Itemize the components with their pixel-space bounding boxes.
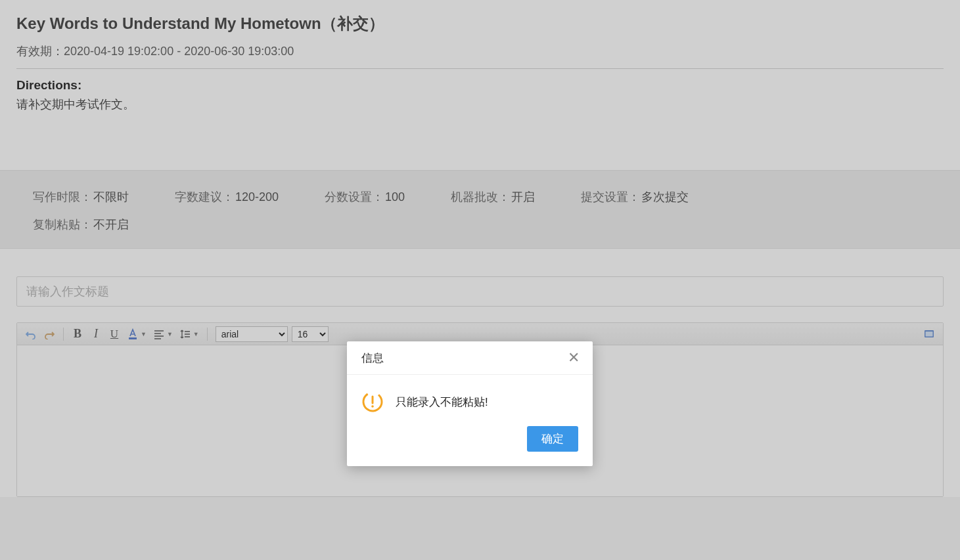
modal-header: 信息 ✕ bbox=[347, 341, 593, 375]
ok-button[interactable]: 确定 bbox=[527, 426, 578, 452]
modal-message: 只能录入不能粘贴! bbox=[396, 395, 488, 410]
warning-icon bbox=[361, 391, 384, 413]
modal-body: 只能录入不能粘贴! bbox=[347, 375, 593, 420]
modal-overlay: 信息 ✕ 只能录入不能粘贴! 确定 bbox=[0, 0, 960, 560]
modal-footer: 确定 bbox=[347, 420, 593, 466]
close-icon[interactable]: ✕ bbox=[565, 349, 582, 366]
svg-point-13 bbox=[371, 405, 374, 408]
info-modal: 信息 ✕ 只能录入不能粘贴! 确定 bbox=[347, 341, 593, 466]
modal-title: 信息 bbox=[361, 351, 384, 366]
